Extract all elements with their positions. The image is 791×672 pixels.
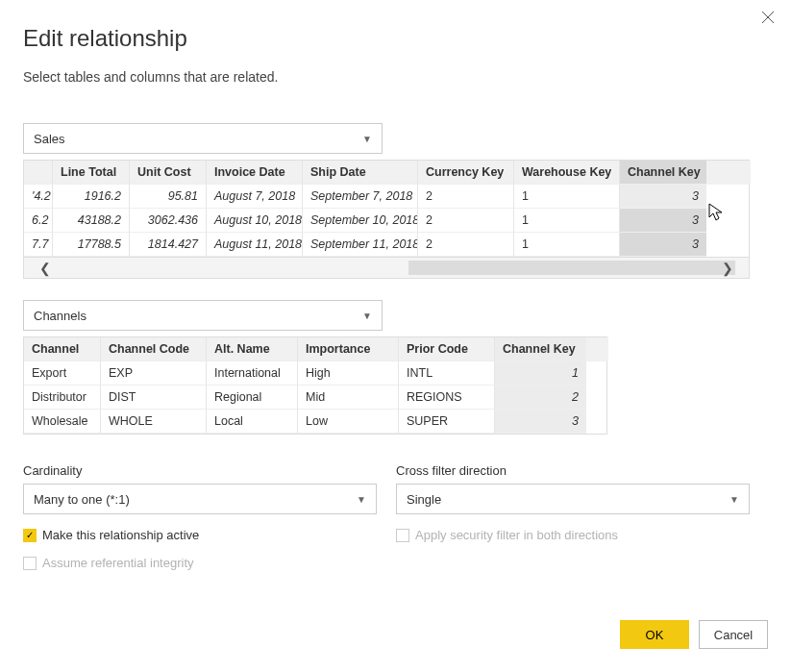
- scroll-thumb[interactable]: [408, 261, 735, 275]
- table1-select[interactable]: Sales ▼: [23, 123, 383, 154]
- crossfilter-group: Cross filter direction Single ▼ Apply se…: [396, 463, 750, 570]
- crossfilter-select[interactable]: Single ▼: [396, 484, 750, 514]
- cell: WHOLE: [101, 410, 207, 434]
- cell: August 10, 2018: [207, 209, 303, 233]
- cell: Wholesale: [24, 410, 101, 434]
- chevron-down-icon: ▼: [729, 494, 739, 505]
- cell: September 10, 2018: [303, 209, 418, 233]
- table2-header-row: Channel Channel Code Alt. Name Importanc…: [24, 337, 608, 361]
- col-header-unit-cost[interactable]: Unit Cost: [130, 161, 207, 185]
- cell: DIST: [101, 386, 207, 410]
- checkbox-icon: [396, 529, 409, 542]
- cell: 6.2: [24, 209, 53, 233]
- cell: 1: [514, 185, 620, 209]
- col-header-prior-code[interactable]: Prior Code: [399, 337, 495, 361]
- table1-grid: Line Total Unit Cost Invoice Date Ship D…: [23, 160, 750, 258]
- cardinality-label: Cardinality: [23, 463, 377, 478]
- table-row[interactable]: 7.7 17788.5 1814.427 August 11, 2018 Sep…: [24, 233, 751, 257]
- cell: 1814.427: [130, 233, 207, 257]
- apply-security-label: Apply security filter in both directions: [415, 528, 618, 542]
- table2-select-value: Channels: [34, 309, 87, 323]
- chevron-down-icon: ▼: [362, 311, 372, 321]
- col-header[interactable]: [24, 161, 53, 185]
- col-header-importance[interactable]: Importance: [298, 337, 399, 361]
- cell: 2: [418, 209, 514, 233]
- cell: 3: [620, 185, 706, 209]
- table2-select[interactable]: Channels ▼: [23, 300, 383, 331]
- cancel-button[interactable]: Cancel: [699, 620, 768, 649]
- cardinality-value: Many to one (*:1): [34, 492, 130, 507]
- make-active-label: Make this relationship active: [42, 528, 199, 542]
- cell: Regional: [207, 386, 298, 410]
- table1-scrollbar[interactable]: ❮ ❯: [23, 258, 750, 279]
- ok-button-label: OK: [646, 628, 664, 642]
- ok-button[interactable]: OK: [620, 620, 689, 649]
- scroll-left-icon[interactable]: ❮: [39, 261, 51, 276]
- cell: 1: [514, 209, 620, 233]
- col-header-line-total[interactable]: Line Total: [53, 161, 130, 185]
- cell: 3: [495, 410, 586, 434]
- cell: International: [207, 361, 298, 386]
- cell: Low: [298, 410, 399, 434]
- cardinality-group: Cardinality Many to one (*:1) ▼ ✓ Make t…: [23, 463, 377, 570]
- cell: 2: [495, 386, 586, 410]
- col-header-currency-key[interactable]: Currency Key: [418, 161, 514, 185]
- dialog-footer: OK Cancel: [620, 620, 768, 649]
- table-row[interactable]: Export EXP International High INTL 1: [24, 361, 608, 386]
- apply-security-checkbox: Apply security filter in both directions: [396, 528, 750, 542]
- cell: EXP: [101, 361, 207, 386]
- cell: 7.7: [24, 233, 53, 257]
- scroll-right-icon[interactable]: ❯: [722, 261, 733, 276]
- cell: 1: [514, 233, 620, 257]
- cell: Local: [207, 410, 298, 434]
- table-row[interactable]: 6.2 43188.2 3062.436 August 10, 2018 Sep…: [24, 209, 751, 233]
- col-header-ship-date[interactable]: Ship Date: [303, 161, 418, 185]
- table1-select-value: Sales: [34, 132, 65, 146]
- cell: August 11, 2018: [207, 233, 303, 257]
- cell: 3: [620, 233, 706, 257]
- dialog-subtitle: Select tables and columns that are relat…: [23, 69, 768, 85]
- assume-integrity-label: Assume referential integrity: [42, 556, 194, 570]
- cancel-button-label: Cancel: [714, 628, 753, 642]
- cell: Mid: [298, 386, 399, 410]
- cell: 43188.2: [53, 209, 130, 233]
- crossfilter-value: Single: [407, 492, 441, 507]
- checkbox-icon: [23, 557, 37, 570]
- make-active-checkbox[interactable]: ✓ Make this relationship active: [23, 528, 377, 542]
- cardinality-select[interactable]: Many to one (*:1) ▼: [23, 484, 377, 514]
- col-header-channel-key[interactable]: Channel Key: [495, 337, 586, 361]
- col-header-channel-code[interactable]: Channel Code: [101, 337, 207, 361]
- table-row[interactable]: '4.2 1916.2 95.81 August 7, 2018 Septemb…: [24, 185, 751, 209]
- check-icon: ✓: [23, 529, 37, 542]
- cell: High: [298, 361, 399, 386]
- assume-integrity-checkbox: Assume referential integrity: [23, 556, 377, 570]
- chevron-down-icon: ▼: [357, 494, 366, 505]
- crossfilter-label: Cross filter direction: [396, 463, 750, 478]
- cell: '4.2: [24, 185, 53, 209]
- table1-header-row: Line Total Unit Cost Invoice Date Ship D…: [24, 161, 751, 185]
- cell: September 7, 2018: [303, 185, 418, 209]
- cell: 17788.5: [53, 233, 130, 257]
- cell: 1916.2: [53, 185, 130, 209]
- col-header-channel-key[interactable]: Channel Key: [620, 161, 706, 185]
- cell: August 7, 2018: [207, 185, 303, 209]
- col-header-warehouse-key[interactable]: Warehouse Key: [514, 161, 620, 185]
- cell: 3: [620, 209, 706, 233]
- col-header-invoice-date[interactable]: Invoice Date: [207, 161, 303, 185]
- table-row[interactable]: Distributor DIST Regional Mid REGIONS 2: [24, 386, 608, 410]
- cell: 2: [418, 233, 514, 257]
- table-row[interactable]: Wholesale WHOLE Local Low SUPER 3: [24, 410, 608, 434]
- table2-grid: Channel Channel Code Alt. Name Importanc…: [23, 336, 607, 435]
- cell: REGIONS: [399, 386, 495, 410]
- cell: 95.81: [130, 185, 207, 209]
- col-header-alt-name[interactable]: Alt. Name: [207, 337, 298, 361]
- cell: 3062.436: [130, 209, 207, 233]
- cell: INTL: [399, 361, 495, 386]
- col-header-channel[interactable]: Channel: [24, 337, 101, 361]
- dialog-title: Edit relationship: [23, 25, 768, 52]
- edit-relationship-dialog: Edit relationship Select tables and colu…: [0, 0, 791, 672]
- chevron-down-icon: ▼: [362, 134, 372, 144]
- cell: September 11, 2018: [303, 233, 418, 257]
- cell: Distributor: [24, 386, 101, 410]
- close-icon[interactable]: [758, 8, 778, 27]
